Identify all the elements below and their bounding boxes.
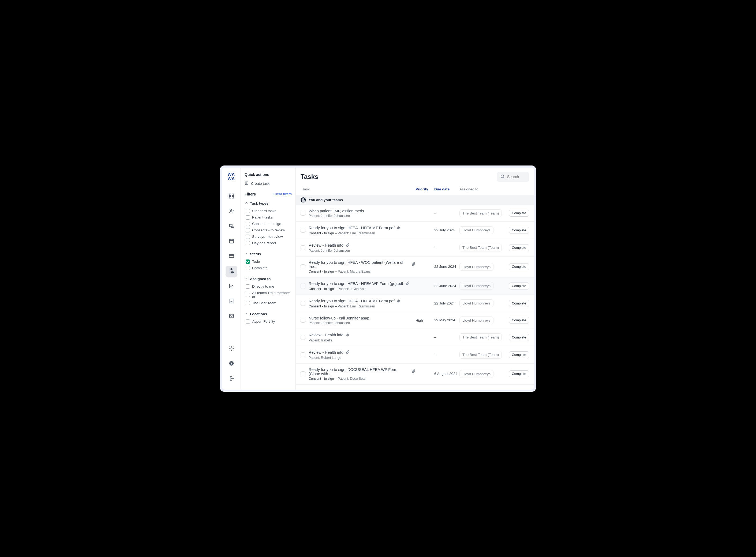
complete-button[interactable]: Complete (509, 334, 529, 341)
assignee-chip[interactable]: The Best Team (Team) (459, 244, 502, 252)
nav-calendar[interactable] (226, 236, 237, 247)
assignee-chip[interactable]: Lloyd Humphreys (459, 263, 494, 271)
checkbox[interactable] (246, 241, 250, 245)
complete-button[interactable]: Complete (509, 300, 529, 307)
filter-option[interactable]: Consents - to review (245, 227, 292, 234)
task-row[interactable]: Ready for you to sign: HFEA - HFEA WP Fo… (296, 277, 534, 295)
filter-option[interactable]: Aspen Fertility (245, 318, 292, 325)
task-due: – (434, 352, 459, 357)
checkbox[interactable] (246, 215, 250, 219)
task-checkbox[interactable] (301, 264, 305, 269)
nav-dashboard[interactable] (226, 190, 237, 202)
help-icon (228, 360, 234, 367)
nav-billing[interactable] (226, 251, 237, 262)
search-box[interactable] (497, 172, 529, 182)
search-input[interactable] (507, 175, 526, 179)
checkbox[interactable] (246, 222, 250, 226)
task-row[interactable]: Review - Health infoPatient: Jennifer Jo… (296, 239, 534, 257)
nav-reports[interactable] (226, 281, 237, 292)
assignee-chip[interactable]: The Best Team (Team) (459, 351, 502, 358)
complete-button[interactable]: Complete (509, 351, 529, 358)
nav-bottom (226, 343, 237, 385)
checkbox[interactable] (246, 266, 250, 270)
task-checkbox[interactable] (301, 372, 305, 376)
complete-button[interactable]: Complete (509, 317, 529, 324)
filter-assigned-toggle[interactable]: Assigned to (245, 275, 292, 282)
checkbox[interactable] (246, 320, 250, 324)
task-row[interactable]: Ready for you to sign: DOCUSEAL HFEA WP … (296, 364, 534, 385)
task-patient: Patient: Jennifer Johanssen (309, 321, 350, 325)
filter-option[interactable]: Todo (245, 258, 292, 265)
col-due-sort[interactable]: Due date (434, 187, 459, 191)
filter-option[interactable]: All teams I'm a member of (245, 290, 292, 300)
checkbox[interactable] (246, 260, 250, 264)
assignee-chip[interactable]: The Best Team (Team) (459, 209, 502, 217)
task-assigned-cell: Lloyd Humphreys (459, 317, 505, 324)
task-checkbox[interactable] (301, 211, 305, 215)
task-checkbox[interactable] (301, 228, 305, 233)
checkbox[interactable] (246, 209, 250, 213)
assignee-chip[interactable]: Lloyd Humphreys (459, 317, 494, 324)
checkbox[interactable] (246, 293, 250, 297)
complete-button[interactable]: Complete (509, 370, 529, 377)
filter-option[interactable]: Directly to me (245, 283, 292, 290)
complete-button[interactable]: Complete (509, 244, 529, 251)
task-checkbox[interactable] (301, 318, 305, 323)
filter-option[interactable]: Day one report (245, 240, 292, 246)
filter-option[interactable]: Complete (245, 265, 292, 271)
clear-filters-link[interactable]: Clear filters (274, 192, 292, 196)
task-checkbox[interactable] (301, 335, 305, 340)
filter-option[interactable]: Consents - to sign (245, 221, 292, 227)
group-avatar-icon (301, 197, 306, 203)
assignee-chip[interactable]: Lloyd Humphreys (459, 226, 494, 234)
filter-locations-toggle[interactable]: Locations (245, 311, 292, 317)
task-subtitle: Patient: Jennifer Johanssen (309, 321, 416, 325)
task-checkbox[interactable] (301, 352, 305, 357)
checkbox[interactable] (246, 235, 250, 239)
nav-logout[interactable] (226, 373, 237, 385)
filter-option[interactable]: The Best Team (245, 300, 292, 306)
filter-option[interactable]: Standard tasks (245, 208, 292, 214)
filter-status-toggle[interactable]: Status (245, 251, 292, 257)
assignee-chip[interactable]: The Best Team (Team) (459, 333, 502, 341)
create-task-label: Create task (251, 181, 270, 185)
filter-option[interactable]: Patient tasks (245, 214, 292, 221)
checkbox[interactable] (246, 284, 250, 289)
task-row[interactable]: Ready for you to sign: HFEA - HFEA MT Fo… (296, 222, 534, 239)
task-assigned-cell: Lloyd Humphreys (459, 263, 505, 271)
group-label: You and your teams (309, 198, 343, 202)
nav-contacts[interactable] (226, 296, 237, 307)
filter-task-types-toggle[interactable]: Task types (245, 200, 292, 207)
task-assigned-cell: The Best Team (Team) (459, 351, 505, 358)
col-priority-sort[interactable]: Priority (416, 187, 434, 191)
assignee-chip[interactable]: Lloyd Humphreys (459, 282, 494, 290)
assignee-chip[interactable]: Lloyd Humphreys (459, 299, 494, 307)
complete-button[interactable]: Complete (509, 227, 529, 234)
complete-button[interactable]: Complete (509, 283, 529, 290)
task-row[interactable]: Review - Health infoPatient: Robert Lang… (296, 346, 534, 364)
nav-media[interactable] (226, 311, 237, 322)
task-row[interactable]: Ready for you to sign: HFEA - WOC patien… (296, 257, 534, 277)
nav-tasks[interactable] (226, 266, 237, 277)
nav-patients[interactable] (226, 206, 237, 217)
task-row[interactable]: Nurse follow-up - call Jennifer asapPati… (296, 312, 534, 329)
nav-messages[interactable] (226, 221, 237, 232)
task-row[interactable]: When patient LMP, assign medsPatient: Je… (296, 205, 534, 222)
nav-help[interactable] (226, 358, 237, 370)
complete-button[interactable]: Complete (509, 263, 529, 270)
task-patient: Patient: Emil Rasmussen (338, 304, 375, 308)
task-body: Ready for you to sign: HFEA - HFEA MT Fo… (309, 299, 416, 308)
checkbox[interactable] (246, 228, 250, 232)
assignee-chip[interactable]: Lloyd Humphreys (459, 370, 494, 378)
filter-option[interactable]: Surveys - to review (245, 234, 292, 240)
complete-button[interactable]: Complete (509, 210, 529, 217)
nav-settings[interactable] (226, 343, 237, 355)
checkbox[interactable] (246, 301, 250, 305)
task-row[interactable]: Ready for you to sign: HFEA - HFEA MT Fo… (296, 295, 534, 312)
task-subtitle: Consent - to sign – Patient: Emil Rasmus… (309, 304, 416, 308)
task-checkbox[interactable] (301, 301, 305, 306)
task-row[interactable]: Review - Health infoPatient: Isabella–Th… (296, 329, 534, 346)
create-task-button[interactable]: Create task (245, 180, 292, 187)
task-checkbox[interactable] (301, 284, 305, 288)
task-checkbox[interactable] (301, 245, 305, 250)
